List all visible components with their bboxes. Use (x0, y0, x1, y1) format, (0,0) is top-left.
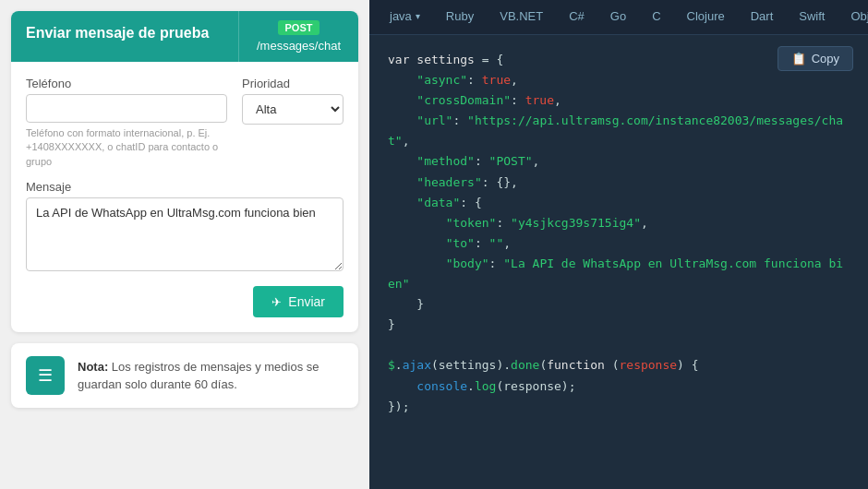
form-body: Teléfono Teléfono con formato internacio… (11, 62, 358, 286)
form-title: Enviar mensaje de prueba (11, 11, 238, 62)
send-button[interactable]: ✈ Enviar (253, 286, 344, 317)
method-badge: POST (278, 20, 320, 35)
phone-label: Teléfono (26, 77, 227, 90)
tab-vbnet[interactable]: VB.NET (487, 0, 556, 34)
tab-csharp[interactable]: C# (556, 0, 597, 34)
tab-clojure-label: Clojure (687, 9, 725, 23)
copy-icon: 📋 (791, 52, 806, 66)
priority-select[interactable]: Alta Normal Baja (242, 94, 344, 125)
phone-input[interactable] (26, 94, 227, 123)
tab-c[interactable]: C (639, 0, 673, 34)
code-area: 📋 Copy var settings = { "async": true, "… (369, 35, 868, 489)
note-card: ☰ Nota: Los registros de mensajes y medi… (11, 343, 358, 408)
message-textarea[interactable]: La API de WhatsApp en UltraMsg.com funci… (26, 197, 344, 271)
tab-go-label: Go (610, 9, 626, 23)
tab-dart[interactable]: Dart (738, 0, 787, 34)
form-card: Enviar mensaje de prueba POST /messages/… (11, 11, 358, 332)
tab-c-label: C (652, 9, 660, 23)
tab-ruby[interactable]: Ruby (433, 0, 487, 34)
tab-java-label: java (390, 9, 412, 23)
message-group: Mensaje La API de WhatsApp en UltraMsg.c… (26, 180, 344, 271)
form-header: Enviar mensaje de prueba POST /messages/… (11, 11, 358, 62)
priority-group: Prioridad Alta Normal Baja (242, 77, 344, 169)
tab-java[interactable]: java ▾ (377, 0, 433, 34)
tabs-row: java ▾ Ruby VB.NET C# Go C Clojure Dart … (369, 0, 868, 35)
tab-clojure[interactable]: Clojure (674, 0, 738, 34)
phone-hint: Teléfono con formato internacional, p. E… (26, 126, 227, 169)
form-endpoint: POST /messages/chat (238, 11, 358, 62)
tab-java-chevron: ▾ (416, 11, 420, 21)
note-icon: ☰ (38, 365, 53, 386)
tab-vbnet-label: VB.NET (500, 9, 543, 23)
message-label: Mensaje (26, 180, 344, 194)
note-rest: Los registros de mensajes y medios se gu… (78, 360, 319, 392)
tab-ruby-label: Ruby (446, 9, 474, 23)
send-label: Enviar (288, 294, 325, 309)
left-panel: Enviar mensaje de prueba POST /messages/… (0, 0, 369, 489)
tab-swift-label: Swift (799, 9, 825, 23)
tab-objc[interactable]: Objective-C (838, 0, 868, 34)
note-bold: Nota: (78, 360, 108, 374)
send-icon: ✈ (271, 295, 282, 309)
copy-label: Copy (812, 52, 839, 66)
tab-csharp-label: C# (569, 9, 585, 23)
tab-objc-label: Objective-C (850, 9, 868, 23)
tab-dart-label: Dart (751, 9, 774, 23)
priority-label: Prioridad (242, 77, 344, 90)
note-icon-block: ☰ (26, 356, 65, 395)
phone-priority-row: Teléfono Teléfono con formato internacio… (26, 77, 344, 169)
right-panel: java ▾ Ruby VB.NET C# Go C Clojure Dart … (369, 0, 868, 489)
tab-swift[interactable]: Swift (786, 0, 838, 34)
form-actions: ✈ Enviar (11, 286, 358, 332)
phone-group: Teléfono Teléfono con formato internacio… (26, 77, 227, 169)
tab-go[interactable]: Go (597, 0, 639, 34)
copy-button[interactable]: 📋 Copy (778, 46, 853, 71)
code-block: var settings = { "async": true, "crossDo… (388, 50, 850, 417)
endpoint-path: /messages/chat (257, 39, 341, 53)
note-text: Nota: Los registros de mensajes y medios… (78, 358, 344, 394)
